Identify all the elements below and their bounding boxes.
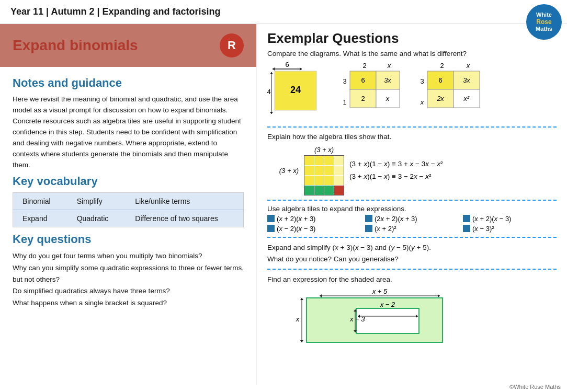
- cell3-2x-label: 2x: [436, 95, 444, 102]
- svg-marker-3: [300, 67, 302, 71]
- vocab-cell: Simplify: [67, 193, 126, 210]
- expr-item: (x + 2)(x + 3): [267, 215, 361, 223]
- expr-label: (x − 2)(x − 3): [277, 225, 315, 233]
- svg-marker-8: [300, 298, 303, 300]
- tile-r: [334, 186, 344, 195]
- inner-rect: [356, 308, 419, 333]
- logo-line3: Maths: [536, 26, 552, 32]
- logo-line1: White: [536, 11, 552, 18]
- diagrams-row: 6 4 24: [267, 62, 557, 121]
- expr-label: (x + 2)(x − 3): [472, 215, 511, 223]
- expr-icon: [463, 215, 470, 222]
- tile-ly: [334, 156, 344, 165]
- key-questions-text: Why do you get four terms when you multi…: [13, 250, 244, 308]
- expr-item: (x + 2)²: [365, 225, 459, 233]
- col3-2: 2: [440, 62, 444, 70]
- cell3-6-label: 6: [438, 76, 442, 84]
- tile-g: [324, 186, 334, 195]
- questions-title: Key questions: [13, 233, 244, 246]
- left-content: Notes and guidance Here we revisit the m…: [0, 67, 256, 314]
- expr-label: (x + 2)(x + 3): [277, 215, 315, 223]
- vocab-cell: Difference of two squares: [126, 210, 243, 227]
- col-2: 2: [362, 62, 366, 70]
- algebra-formulas: (3 + x)(1 − x) ≡ 3 + x − 3x − x² (3 + x)…: [349, 158, 443, 183]
- header-title: Year 11 | Autumn 2 | Expanding and facto…: [10, 6, 220, 17]
- header-text: Year 11 | Autumn 2 | Expanding and facto…: [10, 6, 220, 17]
- tile-ly: [334, 166, 344, 175]
- exemplar-title: Exemplar Questions: [267, 30, 557, 47]
- formula-1: (3 + x)(1 − x) ≡ 3 + x − 3x − x²: [349, 158, 443, 170]
- logo-line2: Rose: [536, 18, 551, 26]
- vocab-cell: Binomial: [13, 193, 67, 210]
- use-tiles-text: Use algebra tiles to expand the expressi…: [267, 205, 557, 213]
- expressions-grid: (x + 2)(x + 3) (2x + 2)(x + 3) (x + 2)(x…: [267, 215, 557, 233]
- expand-title: Expand binomials: [13, 37, 138, 54]
- diagram-2: 2 x 3 1 6 3x 2 x: [334, 62, 402, 119]
- svg-marker-2: [273, 67, 275, 71]
- tile-y: [304, 156, 314, 165]
- vocab-cell: Quadratic: [67, 210, 126, 227]
- tile-ly: [334, 176, 344, 185]
- copyright: ©White Rose Maths: [509, 384, 561, 390]
- algebra-tiles-grid: [304, 155, 344, 195]
- algebra-tiles-section: (3 + x) (3 + x): [267, 146, 557, 195]
- tile-y: [324, 156, 334, 165]
- col3-x: x: [466, 62, 470, 70]
- compare-text: Compare the diagrams. What is the same a…: [267, 50, 557, 57]
- tile-y: [324, 166, 334, 175]
- tile-g: [304, 186, 314, 195]
- page-header: Year 11 | Autumn 2 | Expanding and facto…: [0, 0, 567, 24]
- expr-label: (x − 3)²: [472, 225, 494, 233]
- tile-y: [304, 166, 314, 175]
- row-3: 3: [343, 77, 346, 85]
- svg-marker-9: [300, 340, 303, 342]
- expr-icon: [365, 225, 372, 232]
- svg-marker-4: [270, 72, 273, 74]
- binomial-label-left: (3 + x): [267, 167, 299, 175]
- main-layout: Expand binomials R Notes and guidance He…: [0, 24, 567, 385]
- tile-y: [314, 156, 324, 165]
- notes-title: Notes and guidance: [13, 76, 244, 90]
- dashed-sep-1: [267, 126, 557, 128]
- vocab-row: Binomial Simplify Like/unlike terms: [13, 193, 244, 210]
- tile-y: [314, 166, 324, 175]
- row3-x: x: [420, 98, 424, 106]
- svg-marker-6: [320, 294, 322, 297]
- vocab-cell: Expand: [13, 210, 67, 227]
- row-1: 1: [343, 98, 346, 106]
- dashed-sep-4: [267, 269, 557, 270]
- dashed-sep-2: [267, 200, 557, 201]
- expr-icon: [267, 215, 275, 222]
- diagram-3-svg: 2 x 3 x 6 3x 2x x²: [412, 62, 485, 117]
- right-panel: Exemplar Questions Compare the diagrams.…: [256, 24, 567, 385]
- wrm-logo: White Rose Maths: [526, 4, 562, 40]
- tiles-with-label: (3 + x): [304, 146, 344, 195]
- expr-item: (x + 2)(x − 3): [463, 215, 557, 223]
- svg-marker-7: [438, 294, 440, 297]
- svg-marker-5: [270, 112, 273, 114]
- shaded-top-label: x + 5: [372, 287, 388, 295]
- r-badge: R: [220, 33, 244, 57]
- cell-x-label: x: [385, 95, 390, 102]
- tile-y: [314, 176, 324, 185]
- cell3-x2-label: x²: [463, 95, 470, 102]
- cell-2-label: 2: [361, 95, 365, 102]
- cell3-3x-label: 3x: [463, 76, 470, 84]
- vocab-row: Expand Quadratic Difference of two squar…: [13, 210, 244, 227]
- cell-6-label: 6: [361, 76, 365, 84]
- notes-text: Here we revisit the meaning of binomial …: [13, 94, 244, 170]
- expr-label: (x + 2)²: [375, 225, 396, 233]
- formula-2: (3 + x)(1 − x) ≡ 3 − 2x − x²: [349, 170, 443, 183]
- dim-6-label: 6: [285, 61, 289, 68]
- rect-24-label: 24: [290, 85, 301, 95]
- expr-icon: [365, 215, 372, 222]
- shaded-diagram-container: x + 5 x x − 2: [278, 287, 557, 350]
- expr-item: (x − 3)²: [463, 225, 557, 233]
- explain-text: Explain how the algebra tiles show that.: [267, 132, 557, 143]
- left-panel: Expand binomials R Notes and guidance He…: [0, 24, 256, 385]
- vocab-title: Key vocabulary: [13, 175, 244, 188]
- expr-item: (2x + 2)(x + 3): [365, 215, 459, 223]
- tile-y: [304, 176, 314, 185]
- diagram-2-svg: 2 x 3 1 6 3x 2 x: [334, 62, 402, 117]
- dim-4-label: 4: [267, 88, 270, 96]
